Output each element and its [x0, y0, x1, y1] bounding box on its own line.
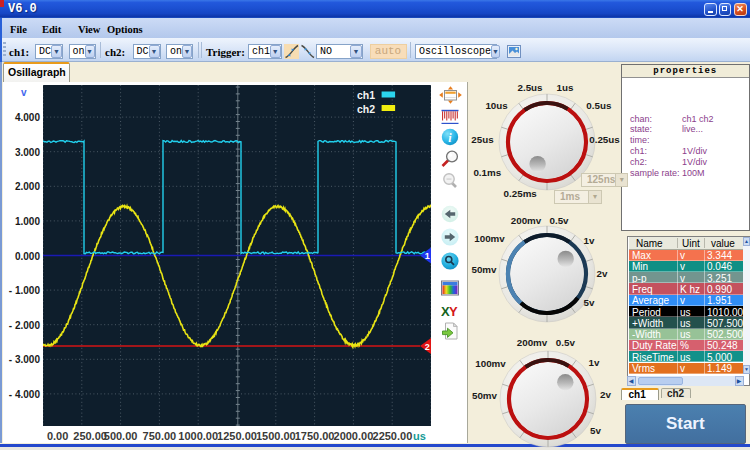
- svg-text:Y: Y: [449, 304, 458, 319]
- svg-text:ch2: ch2: [357, 103, 375, 115]
- svg-text:2: 2: [425, 342, 430, 352]
- svg-text:1: 1: [425, 251, 430, 261]
- svg-text:ch1: ch1: [357, 89, 375, 101]
